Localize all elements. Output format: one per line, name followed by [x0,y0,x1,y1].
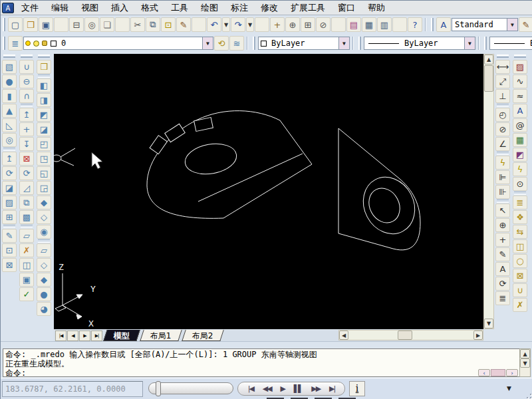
interference-icon[interactable]: ⊞ [2,210,17,224]
text-edit-icon[interactable]: A [513,104,527,118]
solidedit-face-icon[interactable]: ✎ [2,229,17,243]
solid-wedge-icon[interactable]: ◺ [2,118,17,132]
tab-layout1[interactable]: 布局1 [140,330,182,341]
solidedit-check-icon[interactable]: ⊠ [2,258,17,272]
menu-draw[interactable]: 绘图 [195,1,224,15]
extrude-faces-icon[interactable]: ↥ [19,108,34,122]
paste-clipboard-icon[interactable]: ❒ [37,60,51,74]
canvas-vertical-scrollbar[interactable]: ▲ ▼ [483,54,494,329]
layer-on-bulb-icon[interactable] [25,41,31,46]
scroll-left-icon[interactable]: ‹ [478,369,490,376]
shell-icon[interactable]: ▣ [19,273,34,287]
view-nw-iso-icon[interactable]: ◇ [37,210,51,224]
slice-icon[interactable]: ◪ [2,181,17,195]
text-style-combo[interactable]: Standard ▼ [452,18,518,31]
scroll-left-icon[interactable]: ◀ [339,331,348,340]
solid-sphere-icon[interactable]: ● [2,74,17,88]
toolbar-grip[interactable] [431,18,434,31]
command-horizontal-scrollbar[interactable]: ‹ › [478,369,518,376]
layer-manager-icon[interactable]: ≣ [513,196,527,209]
playback-last-button[interactable]: ▶| [329,384,334,393]
menu-file[interactable]: 文件 [15,1,45,15]
color-faces-icon[interactable]: ▩ [19,210,34,224]
playback-pause-button[interactable]: ▌▌ [294,384,303,393]
view-top-icon[interactable]: ◩ [37,108,51,122]
playback-play-button[interactable]: ▶ [280,384,284,393]
dimension-text-edit-icon[interactable]: A [495,262,510,276]
rotate-faces-icon[interactable]: ⟳ [19,166,34,180]
quick-leader-icon[interactable]: ↖ [495,203,510,217]
taper-faces-icon[interactable]: ◿ [19,181,34,195]
linetype-combo[interactable]: ByLayer ▼ [364,37,475,50]
plate-hole[interactable] [183,140,239,178]
view-sw-iso-icon[interactable]: ◱ [37,166,51,180]
tab-prev-button[interactable]: ◀ [67,331,78,341]
resize-grip[interactable] [523,390,531,398]
radius-dimension-icon[interactable]: ◴ [495,108,510,122]
offset-faces-icon[interactable]: ↧ [19,137,34,151]
view-ne-iso-icon[interactable]: ◆ [37,196,51,209]
scroll-right-icon[interactable]: ▶ [473,331,483,340]
command-window-splitter[interactable] [1,341,532,348]
coordinate-readout[interactable]: 183.6787, 62.2161, 0.0000 [2,381,143,397]
scroll-up-icon[interactable]: ▲ [520,349,530,358]
plot-preview-icon[interactable]: ◎ [84,17,99,32]
toolbar-grip[interactable] [497,55,509,58]
baseline-dimension-icon[interactable]: ⊫ [495,170,510,184]
view-back-icon[interactable]: ◨ [37,93,51,107]
attribute-edit-icon[interactable]: @ [513,118,527,132]
help-icon[interactable]: ? [408,17,422,32]
match-properties-icon[interactable]: ✎ [176,17,191,32]
toolbar-grip[interactable] [3,55,15,58]
menu-insert[interactable]: 插入 [105,1,134,15]
linear-dimension-icon[interactable]: ⟷ [495,60,510,74]
menu-help[interactable]: 帮助 [362,1,391,15]
toolbar-grip[interactable] [358,37,361,50]
aligned-dimension-icon[interactable]: ⤢ [495,74,510,88]
playback-first-button[interactable]: |◀ [248,384,253,393]
paste-icon[interactable]: ⊡ [161,17,176,32]
view-front-icon[interactable]: ◧ [37,78,51,92]
render-icon[interactable]: ◩ [513,148,527,162]
polyline-edit-icon[interactable]: ∿ [513,74,527,88]
copy-faces-icon[interactable]: ⧉ [19,196,34,209]
visual-conceptual-icon[interactable]: ◕ [37,302,51,316]
teardrop-inner-ring[interactable] [363,183,406,228]
scrollbar-thumb[interactable] [484,65,493,92]
scroll-right-icon[interactable]: › [506,369,518,376]
layer-combo[interactable]: 0 ▼ [23,37,213,50]
lightning-icon[interactable]: ϟ [513,162,527,176]
object-snap-icon[interactable]: ⊙ [513,177,527,191]
chevron-down-icon[interactable]: ▼ [507,19,517,31]
scrollbar-thumb[interactable] [398,331,412,340]
intersect-icon[interactable]: ∩ [19,89,34,103]
solid-cone-icon[interactable]: ▲ [2,104,17,118]
toolbar-grip[interactable] [21,55,33,58]
plot-icon[interactable]: ⊟ [69,17,84,32]
tray-dropdown-icon[interactable]: ▼ [507,385,511,392]
tolerance-icon[interactable]: ⊕ [495,218,510,232]
separate-icon[interactable]: ◫ [19,258,34,272]
solidedit-body-icon[interactable]: ⊡ [2,243,17,257]
zoom-realtime-icon[interactable]: ⊕ [285,17,300,32]
menu-express[interactable]: 扩展工具 [285,1,331,15]
toolbar-grip[interactable] [3,18,5,31]
dimension-update-icon[interactable]: ⟳ [495,277,510,291]
quick-dimension-icon[interactable]: ϟ [495,156,510,170]
revolve-icon[interactable]: ⟳ [2,166,17,180]
menu-edit[interactable]: 编辑 [45,1,74,15]
redo-dropdown-icon[interactable]: ▼ [246,17,254,32]
dim-style-icon[interactable]: ✎ [519,17,532,32]
zoom-window-icon[interactable]: ⊞ [301,17,315,32]
hatch-edit-icon[interactable]: ▨ [513,60,527,74]
scroll-down-icon[interactable]: ▼ [484,319,493,329]
animation-slider[interactable] [148,382,233,394]
info-button[interactable]: i [349,381,365,396]
toolbar-grip[interactable] [484,37,487,50]
tab-next-button[interactable]: ▶ [79,331,90,341]
copy-icon[interactable]: ⧉ [146,17,160,32]
menu-format[interactable]: 格式 [135,1,164,15]
union-icon[interactable]: ∪ [19,60,34,74]
tab-last-button[interactable]: ▶| [91,331,102,341]
new-file-icon[interactable]: ▢ [8,17,23,32]
